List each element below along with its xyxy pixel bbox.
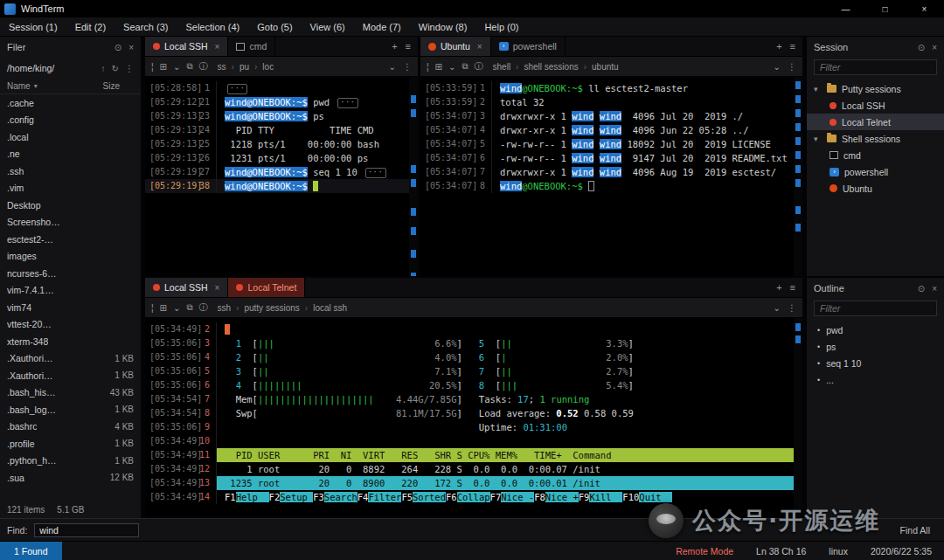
close-button[interactable]: × (905, 0, 944, 17)
new-tab-icon[interactable]: ⊞ (435, 62, 442, 72)
breadcrumb-item[interactable]: ubuntu (579, 62, 619, 72)
tab-menu-icon[interactable]: ≡ (790, 41, 795, 52)
file-row[interactable]: .python_h… 1 KB (0, 453, 141, 470)
menu-item[interactable]: Goto (5) (248, 17, 301, 37)
breadcrumb-item[interactable]: shell (493, 62, 511, 72)
dropdown-icon[interactable]: ⌄ (448, 62, 455, 72)
duplicate-icon[interactable]: ⧉ (186, 302, 192, 313)
chevron-down-icon[interactable]: ▾ (814, 135, 822, 143)
menu-item[interactable]: Session (1) (0, 17, 66, 37)
os-indicator[interactable]: linux (829, 546, 848, 557)
find-input[interactable] (34, 523, 139, 537)
breadcrumb-item[interactable]: putty sessions (231, 303, 300, 313)
menu-item[interactable]: Search (3) (115, 17, 177, 37)
outline-item[interactable]: • ... (807, 371, 944, 388)
tab-local-ssh[interactable]: Local SSH × (145, 278, 228, 297)
file-row[interactable]: .local (0, 128, 141, 146)
file-row[interactable]: Desktop (0, 197, 141, 214)
file-row[interactable]: .ssh (0, 162, 141, 180)
breadcrumb-item[interactable]: pu (226, 62, 249, 72)
find-all-button[interactable]: Find All (893, 523, 937, 537)
file-row[interactable]: .bash_log… 1 KB (0, 401, 141, 418)
info-icon[interactable]: ⓘ (199, 60, 208, 73)
outline-item[interactable]: • ps (807, 338, 944, 355)
tab-local-telnet[interactable]: Local Telnet (228, 278, 305, 297)
close-icon[interactable]: × (128, 43, 134, 52)
tab-local-ssh[interactable]: Local SSH × (145, 37, 228, 56)
close-icon[interactable]: × (932, 284, 937, 294)
menu-item[interactable]: Edit (2) (66, 17, 115, 37)
more-icon[interactable]: ⋮ (125, 64, 134, 73)
menu-item[interactable]: View (6) (302, 17, 354, 37)
file-row[interactable]: vttest-20… (0, 316, 141, 334)
file-row[interactable]: vim-7.4.1… (0, 282, 141, 300)
new-tab-icon[interactable]: ⊞ (160, 62, 167, 72)
session-item[interactable]: Ubuntu (807, 180, 944, 197)
column-size[interactable]: Size (103, 81, 134, 91)
chevron-down-icon[interactable]: ▾ (814, 85, 822, 93)
mode-indicator[interactable]: Remote Mode (676, 546, 733, 557)
file-row[interactable]: vim74 (0, 299, 141, 316)
scrollbar[interactable] (794, 77, 802, 276)
file-row[interactable]: .Xauthori… 1 KB (0, 367, 141, 384)
chevron-down-icon[interactable]: ⌄ (774, 62, 781, 72)
outline-item[interactable]: • pwd (807, 321, 944, 338)
outline-item[interactable]: • seq 1 10 (807, 355, 944, 371)
file-row[interactable]: .sua 12 KB (0, 469, 141, 487)
file-row[interactable]: .ne (0, 146, 141, 163)
scrollbar[interactable] (409, 77, 418, 276)
cursor-position[interactable]: Ln 38 Ch 16 (756, 546, 806, 557)
dropdown-icon[interactable]: ⌄ (173, 62, 180, 72)
session-group-row[interactable]: ▾ Shell sessions (807, 130, 944, 147)
session-filter-input[interactable] (814, 59, 937, 75)
terminal-htop[interactable]: [05:34:49] 2 [05:35:06] 3 1 [||| 6.6%] 5… (145, 318, 802, 518)
breadcrumb-item[interactable]: ss (218, 62, 226, 72)
close-icon[interactable]: × (932, 43, 937, 52)
scrollbar[interactable] (794, 318, 802, 518)
session-item[interactable]: Local Telnet (807, 114, 944, 130)
column-name[interactable]: Name (7, 81, 31, 91)
close-icon[interactable]: × (215, 283, 220, 293)
tab-cmd[interactable]: cmd (228, 37, 275, 56)
file-row[interactable]: .profile 1 KB (0, 435, 141, 453)
maximize-button[interactable]: □ (865, 0, 905, 17)
close-icon[interactable]: × (215, 42, 220, 52)
duplicate-icon[interactable]: ⧉ (462, 61, 468, 72)
session-item[interactable]: cmd (807, 147, 944, 163)
tab-menu-icon[interactable]: ≡ (406, 41, 411, 52)
file-row[interactable]: .cache (0, 94, 141, 112)
file-row[interactable]: images (0, 248, 141, 266)
tab-powershell[interactable]: powershell (491, 37, 566, 56)
terminal-ubuntu[interactable]: [05:33:59] 1 wind@ONEBOOK:~$ ll esctest2… (420, 77, 802, 276)
file-row[interactable]: xterm-348 (0, 333, 141, 350)
info-icon[interactable]: ⓘ (475, 60, 483, 73)
file-row[interactable]: .bashrc 4 KB (0, 418, 141, 436)
file-row[interactable]: Screensho… (0, 214, 141, 232)
session-item[interactable]: powershell (807, 163, 944, 180)
chevron-down-icon[interactable]: ⌄ (389, 62, 396, 72)
pin-icon[interactable]: ⊙ (918, 43, 925, 52)
file-row[interactable]: ncurses-6… (0, 265, 141, 282)
dropdown-icon[interactable]: ⌄ (173, 303, 180, 313)
kebab-menu-icon[interactable]: ⋮ (403, 62, 412, 72)
menu-item[interactable]: Mode (7) (354, 17, 410, 37)
new-tab-icon[interactable]: ⊞ (160, 303, 167, 313)
breadcrumb-item[interactable]: local ssh (300, 303, 347, 313)
file-row[interactable]: esctest2-… (0, 231, 141, 248)
session-item[interactable]: Local SSH (807, 97, 944, 114)
session-group-row[interactable]: ▾ Putty sessions (807, 80, 944, 97)
terminal-local-ssh[interactable]: [05:28:58] 1 ··· [05:29:12] 21 wind@ONEB… (145, 77, 418, 276)
pin-icon[interactable]: ⊙ (115, 43, 121, 52)
breadcrumb-item[interactable]: loc (249, 62, 274, 72)
minimize-button[interactable]: — (826, 0, 865, 17)
add-tab-icon[interactable]: + (392, 41, 397, 52)
filer-path[interactable]: /home/king/ (7, 63, 54, 73)
add-tab-icon[interactable]: + (776, 282, 781, 293)
menu-item[interactable]: Help (0) (475, 17, 527, 37)
breadcrumb-item[interactable]: shell sessions (510, 62, 579, 72)
up-directory-icon[interactable]: ↑ (101, 64, 106, 73)
file-row[interactable]: .Xauthori… 1 KB (0, 350, 141, 368)
add-tab-icon[interactable]: + (776, 41, 781, 52)
menu-item[interactable]: Selection (4) (177, 17, 248, 37)
file-row[interactable]: .config (0, 112, 141, 129)
